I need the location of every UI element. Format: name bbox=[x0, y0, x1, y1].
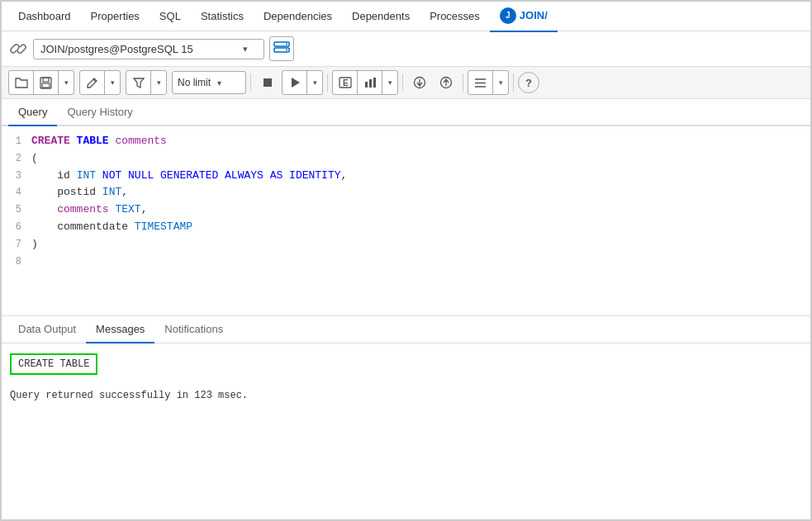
menu-button[interactable] bbox=[468, 71, 493, 94]
svg-text:E: E bbox=[343, 78, 349, 88]
code-line-3: 3 id INT NOT NULL GENERATED ALWAYS AS ID… bbox=[2, 168, 810, 185]
play-button-group: ▾ bbox=[282, 70, 323, 95]
run-button[interactable] bbox=[283, 71, 307, 94]
token-create: CREATE bbox=[31, 135, 77, 147]
code-line-6: 6 commentdate TIMESTAMP bbox=[2, 219, 810, 236]
code-line-8: 8 bbox=[2, 253, 810, 271]
toolbar-separator-2 bbox=[327, 73, 328, 92]
help-button[interactable]: ? bbox=[518, 72, 539, 93]
nav-dependents[interactable]: Dependents bbox=[342, 3, 420, 29]
token-int2: INT bbox=[102, 186, 121, 198]
edit-button[interactable] bbox=[80, 71, 105, 94]
tab-messages[interactable]: Messages bbox=[86, 316, 154, 343]
explain-dropdown-arrow[interactable]: ▾ bbox=[382, 71, 397, 94]
limit-select[interactable]: No limit ▾ bbox=[172, 71, 246, 94]
svg-rect-8 bbox=[264, 78, 272, 87]
token-comma1: , bbox=[341, 169, 348, 182]
output-area: CREATE TABLE Query returned successfully… bbox=[2, 343, 810, 443]
top-nav: Dashboard Properties SQL Statistics Depe… bbox=[2, 2, 810, 31]
nav-dashboard[interactable]: Dashboard bbox=[8, 3, 81, 29]
line-content-4: postid INT, bbox=[31, 184, 810, 201]
line-num-6: 6 bbox=[2, 220, 31, 235]
token-timestamp: TIMESTAMP bbox=[135, 220, 192, 233]
save-file-button[interactable] bbox=[34, 71, 59, 94]
connection-dropdown[interactable]: JOIN/postgres@PostgreSQL 15 bbox=[33, 39, 264, 59]
line-num-1: 1 bbox=[2, 134, 31, 149]
query-tabs: Query Query History bbox=[2, 99, 810, 126]
connection-text: JOIN/postgres@PostgreSQL 15 bbox=[40, 43, 193, 55]
token-text: TEXT bbox=[115, 203, 140, 216]
edit-button-group: ▾ bbox=[79, 70, 121, 95]
toolbar-separator-4 bbox=[463, 73, 463, 92]
svg-rect-14 bbox=[373, 78, 376, 88]
line-num-5: 5 bbox=[2, 202, 31, 218]
code-editor[interactable]: 1 CREATE TABLE comments 2 ( 3 id INT NOT… bbox=[2, 126, 810, 316]
connection-chain-icon bbox=[8, 39, 28, 59]
code-line-4: 4 postid INT, bbox=[2, 184, 810, 201]
line-num-3: 3 bbox=[2, 168, 31, 184]
join-icon: J bbox=[500, 7, 516, 24]
nav-join[interactable]: J JOIN/ bbox=[490, 1, 558, 32]
nav-sql[interactable]: SQL bbox=[150, 3, 191, 29]
file-dropdown-arrow[interactable]: ▾ bbox=[59, 71, 74, 94]
toolbar-separator-3 bbox=[402, 73, 403, 92]
tab-query-history[interactable]: Query History bbox=[57, 99, 142, 126]
download-button[interactable] bbox=[407, 71, 432, 94]
toolbar: ▾ ▾ ▾ No limit ▾ ▾ bbox=[2, 67, 810, 99]
token-int1: INT bbox=[77, 169, 102, 182]
line-content-5: comments TEXT, bbox=[31, 201, 810, 219]
svg-marker-7 bbox=[134, 78, 144, 88]
toolbar-separator-5 bbox=[513, 73, 514, 92]
tab-notifications[interactable]: Notifications bbox=[154, 316, 233, 343]
output-tabs: Data Output Messages Notifications bbox=[2, 316, 810, 343]
line-content-2: ( bbox=[31, 150, 810, 168]
server-icon[interactable] bbox=[269, 36, 294, 61]
chart-button[interactable] bbox=[358, 71, 382, 94]
token-postid: postid bbox=[57, 186, 102, 198]
run-dropdown-arrow[interactable]: ▾ bbox=[307, 71, 322, 94]
nav-properties[interactable]: Properties bbox=[81, 3, 150, 29]
line-num-4: 4 bbox=[2, 185, 31, 201]
token-comments: comments bbox=[57, 203, 115, 216]
stop-button[interactable] bbox=[255, 71, 280, 94]
upload-button[interactable] bbox=[434, 71, 458, 94]
line-content-8 bbox=[31, 253, 810, 271]
svg-point-3 bbox=[286, 50, 287, 51]
token-comma2: , bbox=[121, 186, 128, 198]
code-line-5: 5 comments TEXT, bbox=[2, 201, 810, 219]
explain-button-group: E ▾ bbox=[332, 70, 398, 95]
file-button-group: ▾ bbox=[8, 70, 74, 95]
svg-marker-9 bbox=[292, 78, 300, 88]
open-file-button[interactable] bbox=[9, 71, 34, 94]
create-table-result: CREATE TABLE bbox=[10, 353, 97, 375]
line-content-1: CREATE TABLE comments bbox=[31, 133, 810, 150]
token-constraint: NOT NULL GENERATED ALWAYS AS IDENTITY bbox=[102, 169, 341, 182]
filter-button-group: ▾ bbox=[126, 70, 167, 95]
line-content-3: id INT NOT NULL GENERATED ALWAYS AS IDEN… bbox=[31, 168, 810, 185]
toolbar-separator-1 bbox=[250, 73, 251, 92]
connection-dropdown-arrow bbox=[243, 44, 248, 54]
filter-dropdown-arrow[interactable]: ▾ bbox=[151, 71, 166, 94]
svg-point-2 bbox=[286, 44, 287, 45]
menu-button-group: ▾ bbox=[468, 70, 509, 95]
code-line-1: 1 CREATE TABLE comments bbox=[2, 133, 810, 150]
nav-statistics[interactable]: Statistics bbox=[191, 3, 254, 29]
token-id: id bbox=[57, 169, 76, 182]
explain-button[interactable]: E bbox=[333, 71, 358, 94]
edit-dropdown-arrow[interactable]: ▾ bbox=[105, 71, 120, 94]
tab-data-output[interactable]: Data Output bbox=[8, 316, 86, 343]
nav-dependencies[interactable]: Dependencies bbox=[254, 3, 342, 29]
token-commentdate: commentdate bbox=[57, 220, 135, 233]
tab-query[interactable]: Query bbox=[8, 99, 57, 126]
line-content-7: ) bbox=[31, 236, 810, 253]
connection-bar: JOIN/postgres@PostgreSQL 15 bbox=[2, 31, 810, 67]
limit-select-arrow: ▾ bbox=[217, 78, 221, 88]
success-message: Query returned successfully in 123 msec. bbox=[10, 390, 802, 401]
filter-button[interactable] bbox=[126, 71, 151, 94]
menu-dropdown-arrow[interactable]: ▾ bbox=[493, 71, 508, 94]
svg-rect-5 bbox=[43, 78, 49, 82]
token-tablename: comments bbox=[115, 135, 166, 147]
nav-processes[interactable]: Processes bbox=[420, 3, 490, 29]
nav-join-label: JOIN/ bbox=[520, 9, 548, 21]
token-table: TABLE bbox=[77, 135, 116, 147]
